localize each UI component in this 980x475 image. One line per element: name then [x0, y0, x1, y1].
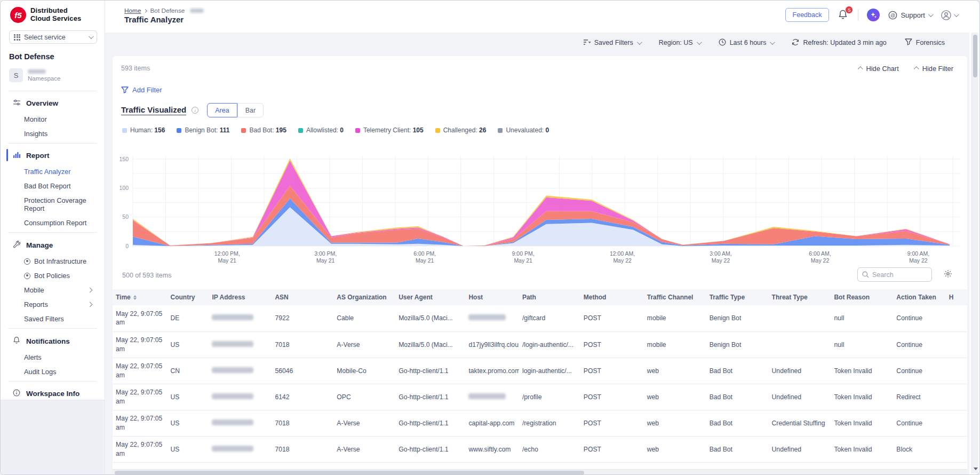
sidebar-item-reports[interactable]: Reports: [1, 297, 105, 312]
legend-item-allowlisted[interactable]: Allowlisted: 0: [298, 126, 344, 134]
table-cell: 7018: [272, 331, 333, 358]
table-cell: /profile: [519, 384, 580, 410]
column-header-time[interactable]: Time: [113, 289, 168, 305]
filter-forensics[interactable]: Forensics: [905, 38, 945, 47]
breadcrumb-home-link[interactable]: Home: [124, 7, 141, 14]
sidebar-item-consumption-report[interactable]: Consumption Report: [1, 216, 105, 230]
table-row[interactable]: May 22, 9:07:05 amUS6142OPCGo-http-clien…: [113, 384, 967, 410]
table-cell: [946, 384, 967, 410]
table-cell: 7018: [272, 436, 333, 462]
sidebar-group-manage[interactable]: Manage: [1, 235, 105, 254]
sidebar-item-audit-logs[interactable]: Audit Logs: [1, 365, 105, 379]
table-row[interactable]: May 22, 9:07:05 amCN56046Mobile-CoGo-htt…: [113, 358, 967, 384]
legend-item-benign-bot[interactable]: Benign Bot: 111: [177, 126, 229, 134]
table-body: May 22, 9:07:05 amDE7922CableMozilla/5.0…: [113, 305, 967, 469]
scroll-down-arrow-icon[interactable]: [974, 468, 978, 470]
sidebar-item-insights[interactable]: Insights: [1, 126, 105, 141]
sort-icon[interactable]: [133, 295, 137, 300]
sidebar-item-monitor[interactable]: Monitor: [1, 112, 105, 126]
column-header-country[interactable]: Country: [168, 289, 209, 305]
namespace-selector[interactable]: S Namespace: [1, 64, 105, 89]
add-filter-button[interactable]: Add Filter: [121, 86, 162, 94]
traffic-chart[interactable]: 05010015012:00 PM,May 213:00 PM,May 216:…: [116, 150, 965, 268]
legend-item-unevaluated[interactable]: Unevaluated: 0: [498, 126, 549, 134]
sidebar-item-bad-bot-report[interactable]: Bad Bot Report: [1, 179, 105, 193]
svg-text:May 21: May 21: [316, 257, 335, 264]
column-header-user-agent[interactable]: User Agent: [395, 289, 465, 305]
filter-last-6-hours[interactable]: Last 6 hours: [719, 38, 774, 48]
support-label: Support: [901, 11, 925, 19]
table-search[interactable]: [857, 267, 932, 282]
table-cell: Credential Stuffing: [769, 410, 831, 436]
select-service-dropdown[interactable]: Select service: [9, 30, 97, 44]
filter-saved-filters[interactable]: Saved Filters: [583, 39, 641, 47]
hide-chart-button[interactable]: Hide Chart: [859, 65, 899, 73]
sidebar-item-saved-filters[interactable]: Saved Filters: [1, 312, 105, 326]
filter-region-us[interactable]: Region: US: [659, 39, 700, 46]
horizontal-scrollbar[interactable]: [113, 469, 967, 475]
column-header-path[interactable]: Path: [519, 289, 580, 305]
table-cell: [465, 305, 519, 331]
support-menu[interactable]: @ Support: [888, 11, 932, 20]
table-row[interactable]: May 22, 9:07:05 amDE7922CableMozilla/5.0…: [113, 305, 967, 331]
sidebar-item-protection-coverage-report[interactable]: Protection Coverage Report: [1, 193, 105, 216]
column-header-asn[interactable]: ASN: [272, 289, 333, 305]
column-header-bot-reason[interactable]: Bot Reason: [831, 289, 893, 305]
table-row[interactable]: May 22, 9:07:05 amUS7018A-VerseMozilla/5…: [113, 331, 967, 358]
traffic-table: TimeCountryIP AddressASNAS OrganizationU…: [113, 289, 967, 469]
chart-toggle-area[interactable]: Area: [207, 103, 237, 117]
account-menu[interactable]: [941, 10, 958, 21]
column-header-traffic-channel[interactable]: Traffic Channel: [644, 289, 706, 305]
sidebar-group-report[interactable]: Report: [1, 146, 105, 164]
filter-refresh-updated-3-min-ago[interactable]: Refresh: Updated 3 min ago: [792, 38, 886, 48]
chart-toggle-bar[interactable]: Bar: [237, 103, 264, 117]
legend-item-telemetry-client[interactable]: Telemetry Client: 105: [355, 126, 424, 134]
hide-filter-button[interactable]: Hide Filter: [915, 65, 953, 73]
legend-label: Human: 156: [130, 126, 165, 134]
sidebar-item-alerts[interactable]: Alerts: [1, 350, 105, 365]
column-header-threat-type[interactable]: Threat Type: [769, 289, 831, 305]
table-row[interactable]: May 22, 9:07:05 amUS7018A-VerseGo-http-c…: [113, 410, 967, 436]
table-cell: Bad Bot: [706, 410, 769, 436]
main-content: 593 items Hide Chart Hide Filter Add Fil…: [105, 53, 969, 475]
horizontal-scroll-thumb[interactable]: [115, 471, 584, 475]
search-input[interactable]: [872, 271, 926, 279]
column-header-host[interactable]: Host: [465, 289, 519, 305]
legend-label: Benign Bot: 111: [185, 126, 229, 134]
sidebar-group-notifications[interactable]: Notifications: [1, 331, 105, 350]
legend-item-bad-bot[interactable]: Bad Bot: 195: [241, 126, 286, 134]
table-row[interactable]: May 22, 9:07:05 amUS7018A-VerseGo-http-c…: [113, 436, 967, 462]
table-row-partial[interactable]: [113, 462, 967, 469]
notifications-bell-button[interactable]: 5: [838, 9, 849, 21]
column-header-h[interactable]: H: [946, 289, 967, 305]
column-header-as-organization[interactable]: AS Organization: [333, 289, 395, 305]
chart-title: Traffic Visualized: [121, 105, 186, 115]
vertical-scrollbar[interactable]: [971, 33, 978, 473]
legend-item-challenged[interactable]: Challenged: 26: [435, 126, 487, 134]
feedback-button[interactable]: Feedback: [785, 8, 830, 22]
column-header-ip-address[interactable]: IP Address: [209, 289, 272, 305]
chart-legend: Human: 156Benign Bot: 111Bad Bot: 195All…: [122, 126, 549, 134]
table-cell: May 22, 9:07:05 am: [113, 358, 168, 384]
table-cell: login-authentic/...: [519, 358, 580, 384]
column-header-action-taken[interactable]: Action Taken: [893, 289, 945, 305]
breadcrumb: Home Bot Defense: [124, 7, 204, 14]
table-cell: capital-app.com: [465, 410, 519, 436]
chevron-up-icon: [857, 66, 863, 72]
refresh-icon: [792, 38, 799, 48]
column-header-method[interactable]: Method: [580, 289, 644, 305]
vertical-scroll-thumb[interactable]: [973, 35, 977, 77]
ai-assistant-button[interactable]: [867, 9, 880, 21]
sidebar-item-bot-infrastructure[interactable]: Bot Infrastructure: [1, 254, 105, 268]
sidebar-item-mobile[interactable]: Mobile: [1, 283, 105, 297]
sidebar-group-overview[interactable]: Overview: [1, 93, 105, 112]
table-cell: POST: [580, 305, 644, 331]
sidebar-item-traffic-analyzer[interactable]: Traffic Analyzer: [1, 164, 105, 179]
legend-item-human[interactable]: Human: 156: [122, 126, 165, 134]
filter-bar: Saved FiltersRegion: USLast 6 hoursRefre…: [105, 33, 969, 53]
table-settings-button[interactable]: [944, 270, 952, 280]
table-cell: [395, 462, 465, 469]
column-header-traffic-type[interactable]: Traffic Type: [706, 289, 769, 305]
table-cell: mobile: [644, 305, 706, 331]
sidebar-item-bot-policies[interactable]: Bot Policies: [1, 268, 105, 283]
